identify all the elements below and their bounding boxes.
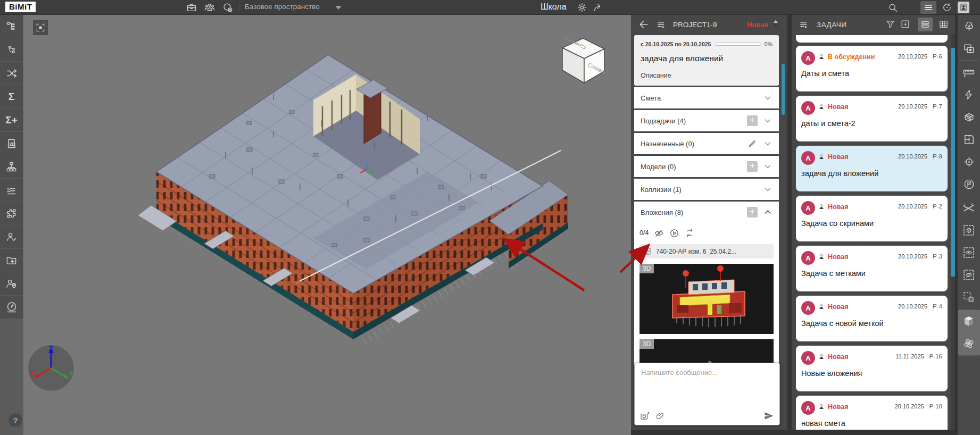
axis-gizmo[interactable]: Z X Y — [27, 344, 76, 392]
chevron-down-icon[interactable] — [763, 139, 773, 148]
hide-selection-button[interactable] — [958, 264, 980, 286]
add-model-button[interactable]: + — [747, 161, 758, 172]
task-card[interactable]: A Новая 11.11.2025P-16 Новые вложения — [796, 346, 948, 391]
show-selection-button[interactable] — [958, 241, 980, 264]
screenshots-button[interactable] — [958, 37, 980, 60]
message-input[interactable]: Напишите сообщение... — [634, 363, 780, 425]
3d-viewport-model — [23, 15, 631, 435]
task-card[interactable]: A Новая 20.10.2025P-3 Задача с метками — [796, 246, 948, 291]
workspace-selector[interactable]: Базовое пространство — [245, 3, 320, 11]
chevron-down-icon[interactable] — [763, 116, 773, 126]
task-list-toggle[interactable] — [657, 20, 667, 30]
sum-button[interactable]: Σ — [0, 85, 23, 108]
floorplan-button[interactable] — [958, 128, 980, 150]
focus-selection-button[interactable] — [33, 20, 48, 35]
section-collisions[interactable]: Коллизии (1) — [634, 179, 779, 200]
status-badge: Новая — [828, 103, 848, 111]
section-attachments[interactable]: Вложения (8) + — [634, 202, 779, 223]
tasks-scrollbar-thumb[interactable] — [951, 48, 955, 277]
org-chart-button[interactable] — [0, 155, 23, 178]
clear-selection-button[interactable] — [958, 286, 980, 308]
filter-button[interactable] — [885, 19, 895, 31]
section-estimate[interactable]: Смета — [634, 87, 779, 108]
shuffle-button[interactable] — [0, 62, 23, 85]
task-card[interactable]: A Новая 20.10.2025P-4 Задача с новой мет… — [796, 296, 948, 341]
chart-lines-button[interactable] — [0, 179, 23, 202]
add-task-button[interactable] — [900, 19, 910, 31]
avatar: A — [801, 51, 815, 65]
send-message-icon[interactable] — [763, 411, 774, 421]
structure-tree-button[interactable] — [0, 15, 23, 38]
task-card-selected[interactable]: A Новая 20.10.2025P-9 задача для вложени… — [796, 146, 948, 191]
edit-assignees-button[interactable] — [748, 139, 757, 148]
task-card[interactable]: A В обсуждении 20.10.2025P-6 Даты и смет… — [796, 46, 948, 91]
view-table-button[interactable] — [939, 19, 949, 31]
clash-flash-button[interactable] — [958, 83, 980, 106]
section-subtasks[interactable]: Подзадачи (4) + — [634, 110, 779, 131]
camera-add-icon[interactable] — [640, 411, 650, 421]
view-2d-button[interactable]: 2D — [0, 132, 23, 155]
chevron-up-icon[interactable] — [763, 207, 773, 217]
markers-button[interactable] — [958, 173, 980, 195]
priority-icon — [819, 53, 824, 59]
user-check-button[interactable] — [0, 225, 23, 248]
measure-button[interactable] — [958, 61, 980, 83]
section-models[interactable]: Модели (0) + — [634, 156, 779, 177]
scene-tree-button[interactable] — [958, 15, 980, 37]
attachment-3d-thumbnail[interactable]: 3D — [640, 264, 774, 334]
task-id: P-4 — [933, 303, 942, 309]
task-date: 20.10.2025 — [898, 303, 927, 309]
task-card[interactable]: A Новая 20.10.2025P-10 новая смета — [796, 396, 948, 430]
3d-badge: 3D — [640, 264, 654, 273]
folder-transfer-button[interactable] — [0, 249, 23, 272]
plugins-button[interactable] — [0, 202, 23, 225]
chevron-down-icon[interactable] — [763, 93, 773, 103]
project-settings-button[interactable] — [575, 1, 589, 14]
orbit-mode-button[interactable] — [958, 332, 980, 355]
toolbar-divider — [959, 60, 978, 61]
sync-button[interactable] — [940, 1, 954, 14]
shaded-view-button[interactable] — [958, 310, 980, 332]
add-attachment-button[interactable]: + — [747, 207, 758, 218]
tasks-menu-button[interactable] — [799, 20, 809, 30]
refresh-icon[interactable] — [685, 228, 694, 238]
panel-scrollbar-thumb[interactable] — [782, 64, 785, 115]
menu-list-button[interactable] — [920, 1, 936, 14]
navigation-cube[interactable]: Сверху Слева — [555, 35, 611, 90]
back-button[interactable] — [638, 19, 649, 30]
gauge-button[interactable] — [0, 296, 23, 319]
eye-slash-icon[interactable] — [654, 228, 664, 238]
section-box-button[interactable] — [958, 106, 980, 128]
priority-icon — [819, 203, 824, 209]
3d-viewport[interactable]: Сверху Слева Z X Y — [23, 15, 631, 435]
locate-button[interactable] — [958, 150, 980, 173]
play-circle-icon[interactable] — [669, 228, 679, 238]
attach-file-icon[interactable] — [655, 411, 665, 421]
add-subtask-button[interactable]: + — [747, 115, 758, 126]
chevron-down-icon[interactable] — [763, 185, 773, 194]
team-button[interactable] — [202, 1, 217, 14]
hide-eye-slash-icon — [962, 269, 975, 281]
search-button[interactable] — [885, 1, 900, 14]
chevron-down-icon[interactable] — [763, 162, 773, 171]
account-button[interactable] — [958, 2, 969, 13]
model-status-button[interactable] — [220, 1, 235, 14]
task-card-title: Даты и смета — [801, 69, 849, 78]
task-card[interactable]: A Новая 20.10.2025P-7 даты и смета-2 — [796, 96, 948, 141]
task-card-title: задача для вложений — [801, 169, 878, 178]
projects-button[interactable] — [184, 1, 199, 14]
view-list-button[interactable] — [918, 18, 933, 31]
sum-add-button[interactable]: Σ+ — [0, 108, 23, 131]
attachment-file-item[interactable]: 740-20-АР изм. 6_25.04.2... — [640, 244, 774, 258]
isolate-selection-button[interactable] — [958, 219, 980, 241]
attachments-block: 0/4 740-20-АР изм. 6_25.04.2... 3D — [634, 223, 779, 375]
section-assignees[interactable]: Назначенные (0) — [634, 133, 779, 154]
task-card-partial[interactable] — [796, 35, 948, 43]
help-button[interactable]: ? — [9, 413, 22, 427]
user-location-button[interactable] — [0, 272, 23, 295]
chevron-down-icon[interactable] — [335, 6, 342, 10]
grid-axes-button[interactable]: 12 — [958, 197, 980, 219]
graph-node-button[interactable] — [0, 38, 23, 61]
task-card[interactable]: A Новая 20.10.2025P-2 Задача со скринами — [796, 196, 948, 241]
share-button[interactable] — [591, 1, 605, 14]
